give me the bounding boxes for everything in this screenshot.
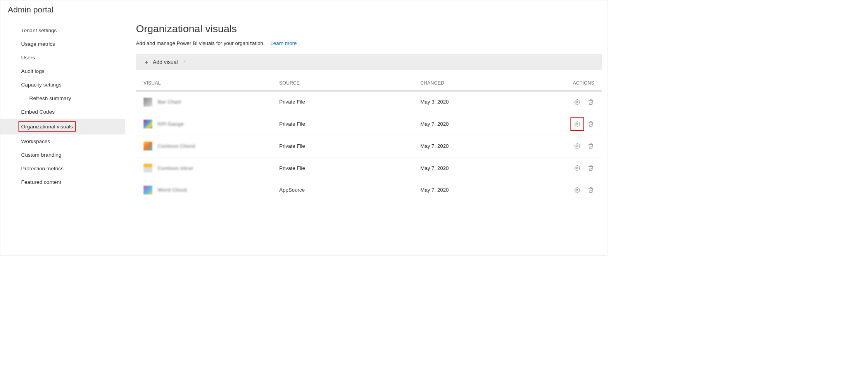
sidebar-item-usage-metrics[interactable]: Usage metrics (0, 37, 125, 51)
svg-point-2 (576, 145, 578, 147)
table-row: Contoso ChordPrivate FileMay 7, 2020 (136, 135, 602, 157)
changed-cell: May 7, 2020 (420, 143, 556, 149)
plus-icon: ＋ (143, 58, 149, 66)
visual-cell: KPI Gauge (143, 120, 279, 128)
sidebar-item-label: Featured content (21, 179, 61, 185)
gear-icon[interactable] (574, 143, 581, 150)
sidebar-item-organizational-visuals[interactable]: Organizational visuals (0, 119, 125, 135)
sidebar-item-custom-branding[interactable]: Custom branding (0, 148, 125, 162)
visual-thumbnail (143, 186, 152, 194)
svg-point-1 (576, 123, 578, 125)
trash-icon[interactable] (587, 187, 594, 194)
changed-cell: May 3, 2020 (420, 99, 556, 105)
visual-name: KPI Gauge (158, 121, 184, 127)
svg-point-4 (576, 189, 578, 191)
sidebar-item-capacity-settings[interactable]: Capacity settings (0, 78, 125, 92)
trash-icon[interactable] (587, 164, 594, 171)
visual-cell: Contoso slicer (143, 164, 279, 172)
trash-icon[interactable] (587, 99, 594, 106)
source-cell: Private File (279, 165, 420, 171)
visual-name: Contoso Chord (158, 143, 195, 149)
actions-cell (556, 121, 594, 128)
sidebar-item-label: Custom branding (21, 152, 62, 157)
learn-more-link[interactable]: Learn more (270, 40, 297, 46)
visuals-table: VISUAL SOURCE CHANGED ACTIONS Bar ChartP… (136, 72, 602, 201)
table-row: Contoso slicerPrivate FileMay 7, 2020 (136, 157, 602, 179)
sidebar-item-label: Usage metrics (21, 41, 55, 47)
add-visual-label: Add visual (153, 59, 178, 65)
page-title: Admin portal (0, 5, 607, 21)
sidebar-item-tenant-settings[interactable]: Tenant settings (0, 24, 125, 37)
changed-cell: May 7, 2020 (420, 187, 556, 193)
actions-cell (556, 187, 594, 194)
visual-name: Bar Chart (158, 99, 181, 105)
sidebar-item-label: Capacity settings (21, 82, 62, 88)
actions-cell (556, 164, 594, 171)
col-header-actions: ACTIONS (556, 80, 594, 86)
sidebar-item-label: Tenant settings (21, 28, 57, 33)
sidebar-item-refresh-summary[interactable]: Refresh summary (0, 92, 125, 105)
sidebar-item-label: Users (21, 55, 35, 61)
visual-name: Contoso slicer (158, 165, 193, 171)
sidebar-item-label: Embed Codes (21, 109, 55, 115)
main-content: Organizational visuals Add and manage Po… (125, 21, 607, 252)
visual-thumbnail (143, 98, 152, 106)
svg-point-0 (576, 101, 578, 103)
trash-icon[interactable] (587, 143, 594, 150)
visual-name: Word Cloud (158, 187, 187, 193)
visual-cell: Contoso Chord (143, 142, 279, 150)
sidebar-item-label: Workspaces (21, 138, 50, 144)
source-cell: AppSource (279, 187, 420, 193)
actions-cell (556, 99, 594, 106)
add-visual-button[interactable]: ＋ Add visual (136, 54, 602, 70)
gear-icon[interactable] (574, 121, 581, 128)
sidebar-item-workspaces[interactable]: Workspaces (0, 135, 125, 148)
sidebar-item-label: Audit logs (21, 68, 45, 74)
section-description: Add and manage Power BI visuals for your… (136, 40, 602, 46)
svg-point-3 (576, 167, 578, 169)
sidebar-item-label: Protection metrics (21, 165, 64, 171)
gear-icon[interactable] (574, 164, 581, 171)
changed-cell: May 7, 2020 (420, 121, 556, 127)
sidebar-item-label: Refresh summary (29, 95, 71, 101)
sidebar-item-protection-metrics[interactable]: Protection metrics (0, 162, 125, 175)
col-header-changed: CHANGED (420, 80, 556, 86)
visual-thumbnail (143, 142, 152, 150)
visual-cell: Bar Chart (143, 98, 279, 106)
visual-thumbnail (143, 120, 152, 128)
sidebar: Tenant settingsUsage metricsUsersAudit l… (0, 21, 125, 252)
table-row: Word CloudAppSourceMay 7, 2020 (136, 179, 602, 201)
source-cell: Private File (279, 143, 420, 149)
table-row: KPI GaugePrivate FileMay 7, 2020 (136, 113, 602, 135)
source-cell: Private File (279, 121, 420, 127)
sidebar-item-label: Organizational visuals (19, 121, 76, 132)
visual-cell: Word Cloud (143, 186, 279, 194)
gear-icon[interactable] (574, 187, 581, 194)
chevron-down-icon (182, 59, 187, 65)
actions-cell (556, 143, 594, 150)
section-title: Organizational visuals (136, 23, 602, 35)
sidebar-item-users[interactable]: Users (0, 51, 125, 64)
col-header-visual: VISUAL (143, 80, 279, 86)
table-header: VISUAL SOURCE CHANGED ACTIONS (136, 72, 602, 91)
col-header-source: SOURCE (279, 80, 420, 86)
visual-thumbnail (143, 164, 152, 172)
changed-cell: May 7, 2020 (420, 165, 556, 171)
gear-icon[interactable] (574, 99, 581, 106)
trash-icon[interactable] (587, 121, 594, 128)
source-cell: Private File (279, 99, 420, 105)
description-text: Add and manage Power BI visuals for your… (136, 40, 265, 46)
sidebar-item-featured-content[interactable]: Featured content (0, 175, 125, 189)
table-row: Bar ChartPrivate FileMay 3, 2020 (136, 91, 602, 113)
sidebar-item-embed-codes[interactable]: Embed Codes (0, 105, 125, 119)
sidebar-item-audit-logs[interactable]: Audit logs (0, 64, 125, 78)
